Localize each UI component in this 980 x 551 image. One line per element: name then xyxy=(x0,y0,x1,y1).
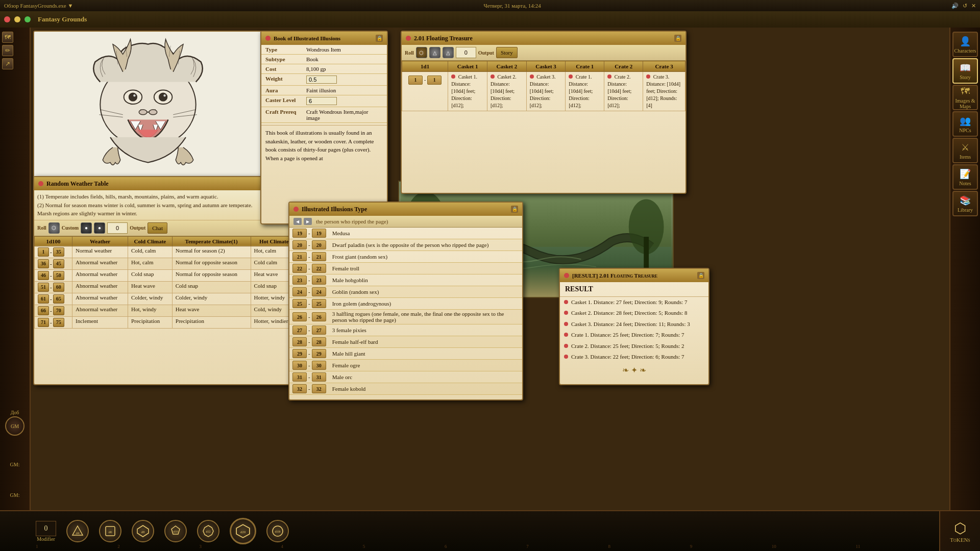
d100-button[interactable]: d100 xyxy=(266,520,289,542)
pointer-icon[interactable]: ↗ xyxy=(2,58,13,69)
roll-dice-btn[interactable]: ⬡ xyxy=(48,222,60,234)
svg-text:d12: d12 xyxy=(206,530,211,533)
ill-range-start-10[interactable]: 29 xyxy=(292,349,307,358)
sidebar-item-notes[interactable]: 📝 Notes xyxy=(952,164,978,190)
t-col-roll: 1d1 xyxy=(402,61,448,72)
treasure-roll-dice[interactable]: ⬡ xyxy=(416,47,427,58)
gm2-label: GM: xyxy=(2,492,28,498)
result-lock[interactable]: 🔒 xyxy=(697,272,704,279)
ill-range-end-2[interactable]: 21 xyxy=(312,252,326,261)
sidebar-item-images[interactable]: 🗺 Images & Maps xyxy=(952,85,978,110)
illusions-close-dot[interactable] xyxy=(293,207,299,212)
weather-title: Random Weather Table xyxy=(46,180,109,188)
treasure-close-dot[interactable] xyxy=(406,36,411,41)
ill-range-start-7[interactable]: 26 xyxy=(292,312,307,321)
modifier-value[interactable]: 0 xyxy=(36,521,56,536)
range-start-1[interactable]: 36 xyxy=(38,259,49,268)
ill-range-start-2[interactable]: 21 xyxy=(292,252,307,261)
range-end-6[interactable]: 75 xyxy=(53,318,64,327)
range-start-6[interactable]: 71 xyxy=(38,318,49,327)
story-button[interactable]: Story xyxy=(496,47,518,58)
svg-text:d8: d8 xyxy=(141,530,145,534)
illusions-lock[interactable]: 🔒 xyxy=(511,206,518,213)
range-start-4[interactable]: 61 xyxy=(38,294,49,304)
range-start-5[interactable]: 66 xyxy=(38,306,49,315)
weather-close-dot[interactable] xyxy=(38,181,43,186)
book-lock[interactable]: 🔒 xyxy=(376,35,383,42)
range-start-0[interactable]: 1 xyxy=(38,247,49,257)
ill-range-start-8[interactable]: 27 xyxy=(292,325,307,335)
ill-range-start-13[interactable]: 32 xyxy=(292,384,307,393)
d12-button[interactable]: d12 xyxy=(197,520,219,542)
refresh-icon[interactable]: ↺ xyxy=(963,3,967,9)
range-end-4[interactable]: 65 xyxy=(53,294,64,304)
range-start-2[interactable]: 46 xyxy=(38,271,49,280)
illusions-table: 19 - 19 Medusa 20 - 20 Dwarf paladin (se… xyxy=(289,228,522,395)
ill-range-start-12[interactable]: 31 xyxy=(292,372,307,382)
ill-range-end-9[interactable]: 28 xyxy=(312,337,326,346)
range-box-end[interactable]: 1 xyxy=(427,76,442,85)
treasure-custom-dice-2[interactable]: △ xyxy=(443,47,454,58)
ill-range-start-4[interactable]: 23 xyxy=(292,276,307,285)
tokens-area[interactable]: ⬡ ToKENs xyxy=(939,510,980,551)
map-icon[interactable]: 🗺 xyxy=(2,32,13,43)
range-end-3[interactable]: 60 xyxy=(53,283,64,292)
sidebar-item-library[interactable]: 📚 Library xyxy=(952,191,978,216)
edit-icon[interactable]: ✏ xyxy=(2,45,13,56)
ill-range-start-0[interactable]: 19 xyxy=(292,229,307,238)
result-item-0: Casket 1. Distance: 27 feet; Direction: … xyxy=(560,297,708,308)
treasure-custom-input[interactable] xyxy=(456,47,476,58)
book-input-3[interactable] xyxy=(306,76,337,84)
close-icon[interactable]: ✕ xyxy=(971,3,976,9)
sound-icon[interactable]: 🔊 xyxy=(951,3,959,9)
ill-range-end-4[interactable]: 23 xyxy=(312,276,326,285)
chat-button[interactable]: Chat xyxy=(148,222,167,234)
book-fields: TypeWondrous ItemSubtypeBookCost8,100 gp… xyxy=(261,45,387,123)
sidebar-item-items[interactable]: ⚔ Items xyxy=(952,138,978,163)
right-sidebar: 👤 Characters 📖 Story 🗺 Images & Maps 👥 N… xyxy=(949,28,980,510)
range-end-2[interactable]: 50 xyxy=(53,271,64,280)
sidebar-item-npcs[interactable]: 👥 NPCs xyxy=(952,111,978,137)
ill-range-start-1[interactable]: 20 xyxy=(292,240,307,249)
ill-range-start-9[interactable]: 28 xyxy=(292,337,307,346)
ill-range-start-5[interactable]: 24 xyxy=(292,287,307,296)
d8-button[interactable]: d8 xyxy=(132,520,154,542)
range-end-5[interactable]: 70 xyxy=(53,306,64,315)
range-end-0[interactable]: 35 xyxy=(53,247,64,257)
d10-button[interactable]: d10 xyxy=(164,520,187,542)
range-start-3[interactable]: 51 xyxy=(38,283,49,292)
d20-button[interactable]: d20 xyxy=(230,518,256,544)
ill-range-start-3[interactable]: 22 xyxy=(292,264,307,273)
sidebar-item-characters[interactable]: 👤 Characters xyxy=(952,32,978,57)
result-close-dot[interactable] xyxy=(564,273,569,278)
range-box-start[interactable]: 1 xyxy=(408,76,423,85)
notes-icon: 📝 xyxy=(960,168,971,180)
ill-range-end-8[interactable]: 27 xyxy=(312,325,326,335)
ill-range-end-6[interactable]: 25 xyxy=(312,299,326,308)
ill-range-start-11[interactable]: 30 xyxy=(292,361,307,370)
ill-range-end-12[interactable]: 31 xyxy=(312,372,326,382)
ill-range-end-13[interactable]: 32 xyxy=(312,384,326,393)
d4-button[interactable]: d4 xyxy=(66,520,89,542)
ill-range-start-6[interactable]: 25 xyxy=(292,299,307,308)
book-close-dot[interactable] xyxy=(265,36,271,41)
ill-range-end-7[interactable]: 26 xyxy=(312,312,326,321)
ill-range-end-3[interactable]: 22 xyxy=(312,264,326,273)
book-field-2: Cost8,100 gp xyxy=(261,64,387,74)
book-input-5[interactable] xyxy=(306,97,337,105)
d6-button[interactable]: d6 xyxy=(99,520,121,542)
ill-range-end-5[interactable]: 24 xyxy=(312,287,326,296)
titlebar-center: Четверг, 31 марта, 14:24 xyxy=(483,3,541,9)
custom-dice-1[interactable]: ● xyxy=(81,222,92,234)
ill-range-end-10[interactable]: 29 xyxy=(312,349,326,358)
treasure-lock[interactable]: 🔒 xyxy=(674,35,681,42)
custom-dice-2[interactable]: ● xyxy=(94,222,105,234)
sidebar-item-story[interactable]: 📖 Story xyxy=(952,58,978,84)
custom-input[interactable] xyxy=(107,222,128,234)
ill-range-end-0[interactable]: 19 xyxy=(312,229,326,238)
ill-range-end-1[interactable]: 20 xyxy=(312,240,326,249)
gm-avatar[interactable]: GM xyxy=(5,416,24,436)
treasure-custom-dice-1[interactable]: △ xyxy=(429,47,440,58)
range-end-1[interactable]: 45 xyxy=(53,259,64,268)
ill-range-end-11[interactable]: 30 xyxy=(312,361,326,370)
